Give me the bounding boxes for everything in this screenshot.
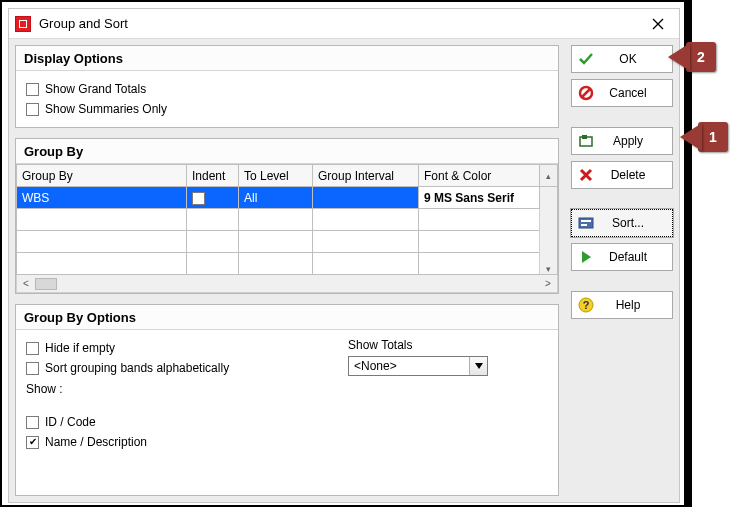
app-icon <box>15 16 31 32</box>
table-header-row: Group By Indent To Level Group Interval … <box>17 165 558 187</box>
help-icon: ? <box>578 297 594 313</box>
cancel-icon <box>578 85 594 101</box>
table-row[interactable] <box>17 253 558 275</box>
titlebar: Group and Sort <box>9 9 679 39</box>
delete-button[interactable]: Delete <box>571 161 673 189</box>
show-grand-totals-label: Show Grand Totals <box>45 82 146 96</box>
show-label: Show : <box>26 378 328 412</box>
cell-group-interval[interactable] <box>313 187 419 209</box>
col-indent[interactable]: Indent <box>187 165 239 187</box>
apply-button[interactable]: Apply <box>571 127 673 155</box>
sort-alpha-label: Sort grouping bands alphabetically <box>45 361 229 375</box>
cell-group-by[interactable]: WBS <box>17 187 187 209</box>
scroll-left-icon[interactable]: < <box>17 275 35 292</box>
vertical-scrollbar[interactable]: ▾ <box>540 187 558 275</box>
button-panel: OK Cancel Apply Delete Sor <box>565 39 679 502</box>
col-font-color[interactable]: Font & Color <box>419 165 540 187</box>
callout-2: 2 <box>668 42 716 72</box>
col-group-interval[interactable]: Group Interval <box>313 165 419 187</box>
delete-icon <box>578 167 594 183</box>
group-by-table: Group By Indent To Level Group Interval … <box>16 164 558 275</box>
show-totals-label: Show Totals <box>348 338 548 352</box>
col-to-level[interactable]: To Level <box>239 165 313 187</box>
group-and-sort-dialog: Group and Sort Display Options Show Gran… <box>8 8 680 503</box>
display-options-section: Display Options Show Grand Totals Show S… <box>15 45 559 128</box>
table-row[interactable] <box>17 231 558 253</box>
close-icon <box>652 18 664 30</box>
scroll-thumb[interactable] <box>35 278 57 290</box>
cell-font-color[interactable]: 9 MS Sans Serif <box>419 187 540 209</box>
callout-1: 1 <box>680 122 728 152</box>
scroll-right-icon[interactable]: > <box>539 275 557 292</box>
id-code-checkbox[interactable] <box>26 416 39 429</box>
svg-rect-3 <box>582 135 587 139</box>
play-icon <box>578 249 594 265</box>
scroll-down-icon[interactable]: ▾ <box>540 264 557 274</box>
cell-indent[interactable] <box>187 187 239 209</box>
hide-if-empty-label: Hide if empty <box>45 341 115 355</box>
name-description-checkbox[interactable] <box>26 436 39 449</box>
sort-icon <box>578 215 594 231</box>
group-by-options-section: Group By Options Hide if empty Sort <box>15 304 559 496</box>
sort-button[interactable]: Sort... <box>571 209 673 237</box>
check-icon <box>578 51 594 67</box>
svg-line-1 <box>582 89 590 97</box>
svg-rect-6 <box>581 224 587 226</box>
show-summaries-only-label: Show Summaries Only <box>45 102 167 116</box>
hide-if-empty-checkbox[interactable] <box>26 342 39 355</box>
help-button[interactable]: ? Help <box>571 291 673 319</box>
default-button[interactable]: Default <box>571 243 673 271</box>
group-by-section: Group By Grou <box>15 138 559 294</box>
svg-rect-4 <box>579 218 593 228</box>
apply-icon <box>578 133 594 149</box>
close-button[interactable] <box>643 12 673 36</box>
group-by-options-header: Group By Options <box>16 305 558 330</box>
sort-alpha-checkbox[interactable] <box>26 362 39 375</box>
svg-text:?: ? <box>583 299 590 311</box>
arrow-icon <box>680 123 702 151</box>
show-grand-totals-checkbox[interactable] <box>26 83 39 96</box>
window-title: Group and Sort <box>39 16 643 31</box>
cell-to-level[interactable]: All <box>239 187 313 209</box>
arrow-icon <box>668 43 690 71</box>
horizontal-scrollbar[interactable]: < > <box>16 275 558 293</box>
name-description-label: Name / Description <box>45 435 147 449</box>
col-group-by[interactable]: Group By <box>17 165 187 187</box>
display-options-header: Display Options <box>16 46 558 71</box>
ok-button[interactable]: OK <box>571 45 673 73</box>
svg-rect-5 <box>581 220 591 222</box>
indent-checkbox[interactable] <box>192 192 205 205</box>
scroll-up-icon[interactable]: ▴ <box>540 165 558 187</box>
table-row[interactable]: WBS All 9 MS Sans Serif ▾ <box>17 187 558 209</box>
show-totals-value: <None> <box>349 359 469 373</box>
show-totals-select[interactable]: <None> <box>348 356 488 376</box>
id-code-label: ID / Code <box>45 415 96 429</box>
chevron-down-icon[interactable] <box>469 357 487 375</box>
main-panel: Display Options Show Grand Totals Show S… <box>9 39 565 502</box>
table-row[interactable] <box>17 209 558 231</box>
cancel-button[interactable]: Cancel <box>571 79 673 107</box>
group-by-header: Group By <box>16 139 558 164</box>
show-summaries-only-checkbox[interactable] <box>26 103 39 116</box>
callout-badge-1: 1 <box>698 122 728 152</box>
callout-badge-2: 2 <box>686 42 716 72</box>
